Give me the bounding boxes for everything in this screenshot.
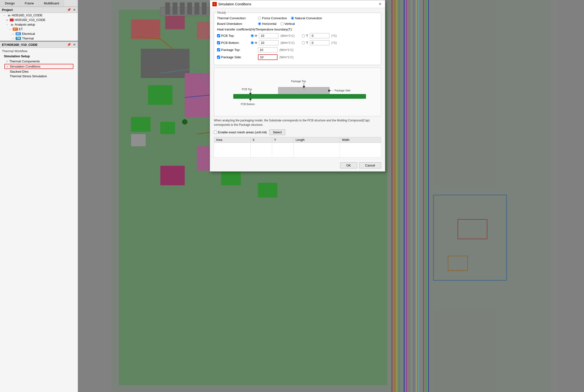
empty-cell-5: [340, 143, 381, 158]
pcb-bottom-checkbox[interactable]: [217, 41, 220, 44]
pcb-top-unit: (W/m^2-C): [280, 34, 300, 38]
bottom-panel-header: ET:HI3516D_V10_CODE 📌 ✕: [0, 42, 78, 48]
cancel-button[interactable]: Cancel: [359, 162, 381, 168]
horizontal-radio[interactable]: [258, 22, 261, 25]
mesh-checkbox[interactable]: [214, 131, 217, 134]
left-sidebar: Design Frame MultiBoard Project 📌 ✕ − 🗁 …: [0, 0, 78, 392]
pcb-bottom-h-radio-label[interactable]: H: [251, 41, 257, 44]
pcb-bottom-t-radio[interactable]: [302, 41, 305, 44]
tab-design[interactable]: Design: [0, 0, 20, 6]
workflow-title: Thermal Workflow: [2, 49, 76, 53]
collapse-icon-2: −: [5, 23, 9, 26]
pcb-bottom-checkbox-label[interactable]: PCB Bottom:: [217, 41, 249, 44]
tree-label-hi3516-1: HI3516D_V10_CODE: [12, 14, 42, 17]
col-x: X: [250, 137, 272, 143]
pcb-top-checkbox-label[interactable]: PCB Top:: [217, 34, 249, 38]
pcb-top-t-input[interactable]: [310, 33, 330, 38]
natural-convection-option[interactable]: Natural Convection: [291, 16, 322, 20]
pcb-top-checkbox[interactable]: [217, 34, 220, 37]
dot-icon-2: ···: [11, 37, 15, 40]
svg-rect-58: [278, 87, 330, 94]
horizontal-option[interactable]: Horizontal: [258, 22, 276, 26]
tree-item-thermal[interactable]: ··· TM Thermal: [0, 36, 78, 41]
pcb-bottom-t-radio-label[interactable]: T: [302, 41, 308, 44]
check-simulation-conditions: ✓: [6, 65, 9, 68]
steady-legend: Steady: [216, 11, 227, 14]
mesh-label: Enable exact mesh areas (unit:mil): [218, 130, 267, 134]
heat-transfer-label: Heat transfer coefficient(H)/Temperature…: [217, 28, 292, 31]
pcb-top-h-label: H: [255, 34, 257, 38]
menu-simulation-conditions[interactable]: ✓ Simulation Conditions: [4, 64, 74, 69]
dialog-footer: OK Cancel: [210, 160, 385, 172]
horizontal-label: Horizontal: [262, 22, 276, 26]
col-area: Area: [214, 137, 251, 143]
pin-icon-2[interactable]: 📌: [67, 43, 71, 46]
force-convection-radio[interactable]: [258, 16, 261, 20]
menu-thermal-stress[interactable]: Thermal Stress Simulation: [2, 74, 76, 78]
thermal-convection-radios: Force Convection Natural Convection: [258, 16, 322, 20]
tree-label-et: ET: [19, 27, 23, 31]
thermal-convection-row: Thermal Convection: Force Convection Nat…: [217, 16, 378, 20]
bottom-panel: ET:HI3516D_V10_CODE 📌 ✕ Thermal Workflow…: [0, 41, 78, 392]
mesh-table: Area X Y Length Width: [214, 137, 381, 158]
folder-icon-2: 🗁: [10, 23, 14, 26]
svg-text:PCB Top: PCB Top: [242, 88, 252, 91]
label-simulation-conditions: Simulation Conditions: [10, 64, 40, 68]
board-orientation-radios: Horizontal Vertical: [258, 22, 295, 26]
steady-fieldset: Steady Thermal Convection: Force Convect…: [214, 11, 381, 65]
vertical-label: Vertical: [284, 22, 295, 26]
close-panel-icon[interactable]: ✕: [73, 8, 76, 12]
pkg-side-input[interactable]: [258, 54, 278, 60]
panel-icons: 📌 ✕: [67, 8, 76, 12]
pcb-bottom-unit: (W/m^2-C): [280, 41, 300, 44]
simulation-conditions-dialog: ≡ Simulation Conditions ✕ Steady Thermal…: [210, 0, 385, 172]
svg-text:PCB Bottom: PCB Bottom: [241, 103, 255, 106]
tree-item-electrical[interactable]: ··· DC Electrical: [0, 32, 78, 36]
dialog-close-button[interactable]: ✕: [378, 2, 382, 6]
force-convection-option[interactable]: Force Convection: [258, 16, 287, 20]
tree-label-electrical: Electrical: [22, 32, 35, 36]
col-length: Length: [294, 137, 340, 143]
tree-item-analysis[interactable]: − 🗁 Analysis setup: [0, 22, 78, 27]
label-thermal-components: Thermal Components: [9, 60, 40, 63]
pcb-top-h-radio-label[interactable]: H: [251, 34, 257, 38]
pkg-side-unit: (W/m^2-C): [280, 56, 299, 59]
bottom-panel-title: ET:HI3516D_V10_CODE: [2, 43, 38, 46]
menu-stacked-dies[interactable]: Stacked-Dies: [2, 69, 76, 74]
pkg-top-input[interactable]: [258, 47, 278, 52]
folder-icon-1: 🗁: [7, 14, 11, 17]
pcb-bottom-t-input[interactable]: [310, 40, 330, 45]
pcb-top-t-radio-label[interactable]: T: [302, 34, 308, 38]
tab-multiboard[interactable]: MultiBoard: [39, 0, 64, 6]
pin-icon[interactable]: 📌: [67, 8, 71, 12]
table-empty-row: [214, 143, 381, 158]
pcb-bottom-h-input[interactable]: [259, 40, 278, 45]
tab-frame[interactable]: Frame: [20, 0, 39, 6]
pkg-top-checkbox-label[interactable]: Package Top:: [217, 48, 249, 52]
workflow-section: Thermal Workflow Simulation Setup ✓ Ther…: [0, 48, 78, 80]
vertical-option[interactable]: Vertical: [280, 22, 295, 26]
collapse-icon-1: −: [2, 14, 6, 17]
pcb-bottom-h-radio[interactable]: [251, 41, 254, 44]
pcb-top-label: PCB Top:: [221, 34, 234, 38]
tree-item-hi3516-2[interactable]: + HI3516D_V10_CODE: [0, 18, 78, 22]
menu-thermal-components[interactable]: ✓ Thermal Components: [2, 59, 76, 64]
project-panel: Project 📌 ✕ − 🗁 HI3516D_V10_CODE + HI351…: [0, 7, 78, 41]
tree-item-et[interactable]: − ET ET: [0, 27, 78, 32]
pcb-bottom-t-label: T: [306, 41, 308, 44]
tree-item-hi3516-1[interactable]: − 🗁 HI3516D_V10_CODE: [0, 13, 78, 18]
select-button[interactable]: Select: [269, 130, 285, 135]
pkg-side-checkbox-label[interactable]: Package Side:: [217, 55, 249, 59]
mesh-checkbox-label[interactable]: Enable exact mesh areas (unit:mil): [214, 130, 267, 134]
pcb-top-t-radio[interactable]: [302, 34, 305, 37]
pcb-top-h-radio[interactable]: [251, 34, 254, 37]
dialog-titlebar: ≡ Simulation Conditions ✕: [210, 0, 385, 8]
pkg-top-checkbox[interactable]: [217, 48, 220, 52]
ok-button[interactable]: OK: [340, 162, 357, 168]
natural-convection-radio[interactable]: [291, 16, 294, 20]
mesh-row: Enable exact mesh areas (unit:mil) Selec…: [214, 130, 381, 135]
close-panel-icon-2[interactable]: ✕: [73, 43, 76, 46]
vertical-radio[interactable]: [280, 22, 284, 25]
pkg-side-checkbox[interactable]: [217, 56, 220, 59]
pcb-top-h-input[interactable]: [259, 33, 278, 38]
